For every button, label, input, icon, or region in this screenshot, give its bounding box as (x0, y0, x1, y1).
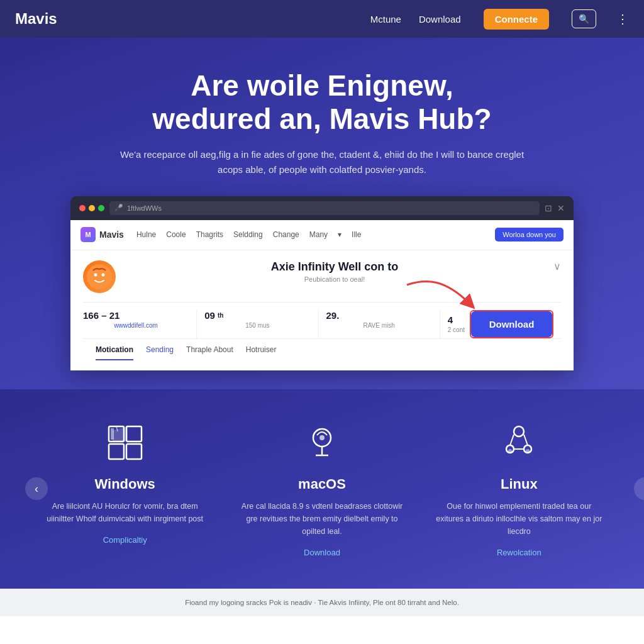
profile-info: Axie Infinity Well con to Peubication to… (125, 260, 545, 283)
svg-point-1 (94, 273, 97, 276)
macos-title: macOS (236, 476, 408, 492)
carousel-next-button[interactable]: › (634, 477, 644, 500)
stat-item-3: 29. RAVE mish (319, 310, 440, 338)
linux-title: Linux (433, 476, 605, 492)
dot-red (79, 205, 86, 211)
nav-connect-button[interactable]: Connecte (484, 9, 549, 30)
tab-sending[interactable]: Sending (146, 345, 174, 360)
feature-linux: Linux Oue for hinwol emplementi traded t… (433, 421, 605, 557)
stat-value-1: 166 – 21 (83, 310, 189, 321)
browser-icon-close: ✕ (557, 203, 565, 213)
linux-desc: Oue for hinwol emplementi traded tea our… (433, 500, 605, 538)
svg-rect-4 (126, 426, 142, 441)
browser-mockup: 🎤 1ftlwdWWs ⊡ ✕ M Mavis Hulne Coo (70, 196, 574, 370)
browser-bar: 🎤 1ftlwdWWs ⊡ ✕ (70, 196, 574, 220)
stat-link-1[interactable]: wwwddifell.com (83, 322, 189, 329)
windows-link[interactable]: Complicaltiy (39, 535, 211, 545)
nav-logo: Mavis (15, 10, 370, 28)
svg-point-12 (514, 426, 524, 436)
stat-item-2: 09th 150 mus (197, 310, 318, 338)
download-button-large[interactable]: Download (471, 311, 552, 337)
linux-icon (497, 421, 541, 465)
inner-nav-link-2[interactable]: Thagrits (196, 230, 223, 239)
features-grid: Windows Are liilciont AU Horulcr for vom… (39, 421, 605, 557)
macos-icon (300, 421, 344, 465)
profile-top: Axie Infinity Well con to Peubication to… (83, 260, 561, 293)
stat-value-2: 09th (204, 310, 310, 321)
profile-tagline: Peubication to oeal! (125, 275, 545, 283)
stat-download-col: 4 2 cont (440, 310, 561, 338)
stat-label-2: 150 mus (204, 322, 310, 329)
navbar: Mavis Mctune Download Connecte 🔍 ⋮ (0, 0, 644, 38)
inner-logo: M Mavis (80, 227, 124, 242)
svg-rect-5 (109, 444, 124, 459)
feature-windows: Windows Are liilciont AU Horulcr for vom… (39, 421, 211, 545)
inner-nav-link-0[interactable]: Hulne (136, 230, 156, 239)
svg-rect-7 (111, 429, 113, 439)
inner-nav-link-3[interactable]: Seldding (233, 230, 263, 239)
browser-icon-1: ⊡ (545, 203, 552, 213)
nav-link-download[interactable]: Download (419, 14, 461, 25)
inner-nav-links: Hulne Coole Thagrits Seldding Change Man… (136, 230, 482, 239)
hero-section: Are woile Enignew, wedured an, Mavis Hub… (0, 38, 644, 389)
nav-menu-button[interactable]: ⋮ (616, 11, 629, 26)
footer: Fioand my logoing sracks Pok is neadiv ·… (0, 589, 644, 616)
inner-nav-link-1[interactable]: Coole (166, 230, 186, 239)
macos-desc: Are cal llacida 8.9 s vdtenl beadrases c… (236, 500, 408, 538)
inner-nav: M Mavis Hulne Coole Thagrits Seldding Ch… (70, 220, 574, 250)
carousel-prev-button[interactable]: ‹ (25, 477, 48, 500)
inner-nav-link-4[interactable]: Change (273, 230, 299, 239)
macos-link[interactable]: Download (236, 548, 408, 557)
nav-links: Mctune Download Connecte 🔍 ⋮ (370, 9, 629, 30)
stat-label-4: 2 cont (448, 326, 465, 333)
stat-item-1: 166 – 21 wwwddifell.com (83, 310, 197, 338)
footer-text: Fioand my logoing sracks Pok is neadiv ·… (185, 599, 459, 606)
inner-nav-link-5[interactable]: Many (309, 230, 328, 239)
profile-name: Axie Infinity Well con to (125, 260, 545, 274)
hero-title: Are woile Enignew, wedured an, Mavis Hub… (38, 69, 606, 136)
svg-point-15 (509, 450, 511, 452)
stat-value-4: 4 (448, 314, 465, 325)
browser-dots (79, 205, 104, 211)
inner-logo-icon: M (80, 227, 96, 242)
inner-nav-more-icon: ▾ (338, 230, 341, 239)
feature-macos: macOS Are cal llacida 8.9 s vdtenl beadr… (236, 421, 408, 557)
dot-yellow (89, 205, 95, 211)
inner-app-download-button[interactable]: Worloa down you (495, 228, 564, 242)
features-wrapper: Windows Are liilciont AU Horulcr for vom… (0, 389, 644, 589)
nav-search-button[interactable]: 🔍 (572, 9, 596, 28)
download-red-box: Download (470, 310, 553, 338)
inner-app: M Mavis Hulne Coole Thagrits Seldding Ch… (70, 220, 574, 370)
inner-tabs: Motication Sending Thraple About Hotruis… (83, 338, 561, 360)
dot-green (98, 205, 104, 211)
stat-value-3: 29. (326, 310, 432, 321)
svg-point-0 (87, 264, 112, 289)
svg-point-16 (526, 450, 529, 452)
tab-hotruiser[interactable]: Hotruiser (246, 345, 277, 360)
nav-link-mctune[interactable]: Mctune (370, 14, 401, 25)
windows-title: Windows (39, 476, 211, 492)
stats-row: 166 – 21 wwwddifell.com 09th 150 mus 29.… (83, 302, 561, 338)
svg-point-2 (102, 273, 105, 276)
browser-url: 🎤 1ftlwdWWs (109, 201, 540, 215)
chevron-down-icon: ∨ (553, 260, 561, 272)
tab-thraple[interactable]: Thraple About (186, 345, 233, 360)
stat-label-3: RAVE mish (326, 322, 432, 329)
windows-icon (103, 421, 147, 465)
svg-rect-6 (126, 444, 142, 459)
windows-desc: Are liilciont AU Horulcr for vomir, bra … (39, 500, 211, 525)
browser-icons: ⊡ ✕ (545, 203, 565, 213)
hero-subtitle: We'a receparce oll aeg,filg a in fie ade… (118, 147, 526, 177)
profile-avatar (83, 260, 116, 293)
features-section: Windows Are liilciont AU Horulcr for vom… (0, 389, 644, 589)
linux-link[interactable]: Rewolcation (433, 548, 605, 557)
profile-card: Axie Infinity Well con to Peubication to… (70, 250, 574, 370)
url-mic-icon: 🎤 (114, 204, 123, 212)
svg-point-11 (320, 436, 324, 440)
tab-motication[interactable]: Motication (96, 345, 133, 360)
inner-nav-link-6[interactable]: Ille (352, 230, 361, 239)
